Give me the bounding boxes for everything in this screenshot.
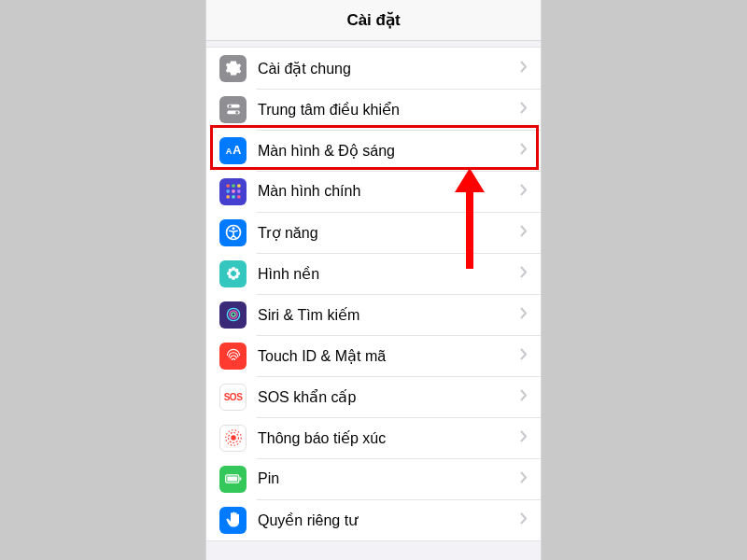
header: Cài đặt: [206, 0, 541, 41]
svg-point-29: [231, 435, 236, 441]
chevron-right-icon: [520, 429, 528, 446]
hand-icon: [219, 507, 247, 534]
app-grid-icon: [219, 178, 247, 205]
chevron-right-icon: [520, 224, 528, 241]
svg-point-28: [231, 313, 234, 316]
chevron-right-icon: [520, 60, 528, 77]
svg-text:A: A: [233, 144, 241, 157]
svg-point-24: [234, 274, 238, 278]
row-accessibility[interactable]: Trợ năng: [206, 212, 541, 253]
exposure-icon: [219, 425, 247, 452]
settings-list: Cài đặt chung Trung tâm điều khiển AA Mà…: [206, 47, 541, 541]
svg-rect-13: [232, 195, 234, 198]
svg-rect-11: [237, 189, 240, 192]
gear-icon: [219, 55, 247, 82]
row-label: Màn hình & Độ sáng: [258, 142, 520, 160]
row-sos[interactable]: SOS SOS khẩn cấp: [206, 376, 541, 417]
battery-icon: [219, 466, 247, 493]
row-label: Siri & Tìm kiếm: [258, 306, 520, 324]
row-label: SOS khẩn cấp: [258, 388, 520, 406]
chevron-right-icon: [520, 101, 528, 118]
svg-rect-8: [237, 185, 240, 188]
svg-rect-7: [232, 185, 234, 188]
row-battery[interactable]: Pin: [206, 458, 541, 499]
row-label: Touch ID & Mật mã: [258, 347, 520, 365]
row-siri[interactable]: Siri & Tìm kiếm: [206, 294, 541, 335]
row-exposure[interactable]: Thông báo tiếp xúc: [206, 417, 541, 458]
svg-point-22: [234, 269, 238, 273]
svg-point-3: [235, 111, 238, 114]
row-privacy[interactable]: Quyền riêng tư: [206, 499, 541, 540]
chevron-right-icon: [520, 347, 528, 364]
svg-rect-9: [226, 189, 229, 192]
row-general[interactable]: Cài đặt chung: [206, 48, 541, 89]
text-size-icon: AA: [219, 137, 247, 164]
row-wallpaper[interactable]: Hình nền: [206, 253, 541, 294]
svg-rect-34: [239, 477, 241, 480]
chevron-right-icon: [520, 388, 528, 405]
chevron-right-icon: [520, 265, 528, 282]
svg-text:A: A: [225, 147, 232, 156]
row-label: Màn hình chính: [258, 183, 520, 200]
row-label: Quyền riêng tư: [258, 511, 520, 529]
chevron-right-icon: [520, 142, 528, 159]
row-label: Hình nền: [258, 265, 520, 283]
row-label: Trợ năng: [258, 224, 520, 242]
svg-rect-14: [237, 195, 240, 198]
svg-point-16: [232, 227, 234, 230]
sos-icon: SOS: [219, 384, 247, 411]
svg-point-21: [228, 269, 232, 273]
chevron-right-icon: [520, 470, 528, 487]
svg-point-25: [231, 272, 235, 276]
row-control-center[interactable]: Trung tâm điều khiển: [206, 89, 541, 130]
svg-rect-33: [227, 477, 237, 482]
chevron-right-icon: [520, 183, 528, 200]
svg-rect-12: [226, 195, 229, 198]
row-label: Pin: [258, 470, 520, 487]
svg-point-27: [229, 311, 236, 318]
svg-point-1: [228, 105, 231, 107]
row-display-brightness[interactable]: AA Màn hình & Độ sáng: [206, 130, 541, 171]
row-touch-id[interactable]: Touch ID & Mật mã: [206, 335, 541, 376]
page-title: Cài đặt: [346, 10, 400, 30]
row-label: Trung tâm điều khiển: [258, 101, 520, 119]
row-home-screen[interactable]: Màn hình chính: [206, 171, 541, 212]
toggles-icon: [219, 96, 247, 123]
row-label: Cài đặt chung: [258, 60, 520, 77]
svg-point-23: [228, 274, 232, 278]
fingerprint-icon: [219, 343, 247, 370]
siri-icon: [219, 301, 247, 329]
flower-icon: [219, 260, 247, 287]
settings-screen: Cài đặt Cài đặt chung Trung tâm điều khi…: [205, 0, 542, 560]
svg-rect-10: [232, 189, 234, 192]
row-label: Thông báo tiếp xúc: [258, 429, 520, 447]
chevron-right-icon: [520, 511, 528, 528]
svg-rect-6: [226, 185, 229, 188]
accessibility-icon: [219, 219, 247, 246]
chevron-right-icon: [520, 306, 528, 323]
